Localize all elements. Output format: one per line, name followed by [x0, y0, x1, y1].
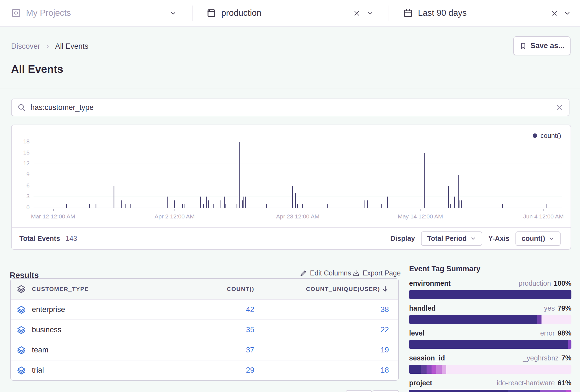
sort-desc-arrow-icon: [382, 285, 389, 293]
event-tag-summary-title: Event Tag Summary: [409, 265, 571, 273]
tag-top-value: error: [540, 329, 555, 337]
chart-bar: [297, 204, 298, 208]
tag-bar-segment[interactable]: [409, 340, 568, 349]
cell-count[interactable]: 37: [213, 346, 254, 354]
environment-chevron-down-icon[interactable]: [365, 8, 376, 19]
x-axis-tick: [543, 209, 544, 211]
chart-gridline: [34, 164, 562, 164]
tag-bar[interactable]: [409, 290, 571, 299]
environment-filter[interactable]: production: [206, 0, 261, 26]
legend-label: count(): [540, 132, 561, 140]
chart-bar: [448, 186, 449, 208]
y-axis-tick-label: 15: [13, 149, 30, 156]
window-icon: [206, 8, 216, 18]
bookmark-icon: [519, 42, 527, 50]
cell-count-unique-user[interactable]: 22: [254, 326, 398, 334]
cell-count-unique-user[interactable]: 38: [254, 305, 398, 314]
tag-bar-segment[interactable]: [537, 315, 541, 324]
tag-bar-segment[interactable]: [568, 340, 571, 349]
tag-name: session_id: [409, 354, 445, 362]
y-axis-tick-label: 18: [13, 138, 30, 145]
tag-bar-segment[interactable]: [442, 365, 446, 374]
tag-percent: 100%: [554, 279, 571, 287]
chart-bar: [387, 197, 388, 208]
column-header-count-unique-user[interactable]: COUNT_UNIQUE(USER): [254, 285, 398, 293]
tag-bar-segment[interactable]: [446, 365, 571, 374]
tag-bar-segment[interactable]: [409, 315, 537, 324]
search-input[interactable]: [30, 103, 556, 112]
cell-customer-type: trial: [32, 366, 213, 375]
tag-bar-segment[interactable]: [409, 390, 508, 392]
cell-count[interactable]: 35: [213, 326, 254, 334]
search-clear-icon[interactable]: [556, 104, 563, 111]
tag-top-value: _yeghrsbnz: [523, 354, 559, 362]
project-filter-chevron-down-icon[interactable]: [168, 8, 179, 19]
chart-bar: [66, 204, 67, 208]
chart-bar: [450, 204, 451, 208]
yaxis-dropdown-value: count(): [522, 234, 545, 243]
yaxis-dropdown[interactable]: count(): [515, 231, 561, 246]
cell-count[interactable]: 42: [213, 305, 254, 314]
tag-bar-segment[interactable]: [427, 365, 432, 374]
chart-bar: [454, 197, 455, 208]
date-range-clear-icon[interactable]: [549, 8, 560, 19]
tag-bar-segment[interactable]: [540, 390, 566, 392]
cell-count-unique-user[interactable]: 19: [254, 346, 398, 354]
tag-bar[interactable]: [409, 365, 571, 374]
edit-columns-button[interactable]: Edit Columns: [300, 269, 351, 277]
table-row[interactable]: team3719: [11, 340, 398, 360]
table-header-row: CUSTOMER_TYPE COUNT() COUNT_UNIQUE(USER): [11, 279, 398, 299]
column-header-count[interactable]: COUNT(): [213, 286, 254, 292]
chevron-down-icon: [548, 236, 555, 242]
display-dropdown[interactable]: Total Period: [421, 231, 482, 246]
chart-bar: [130, 204, 131, 208]
chart-plot[interactable]: 0369121518Mar 12 12:00 AMApr 2 12:00 AMA…: [34, 142, 562, 208]
tag-bar-segment[interactable]: [432, 365, 437, 374]
table-row[interactable]: trial2918: [11, 360, 398, 380]
environment-clear-icon[interactable]: [351, 8, 362, 19]
previous-page-button[interactable]: ‹: [346, 390, 372, 392]
y-axis-tick-label: 0: [13, 204, 30, 211]
cell-count-unique-user[interactable]: 18: [254, 366, 398, 375]
total-events-label: Total Events: [19, 234, 60, 243]
page-header: Discover All Events Save as... All Event…: [0, 27, 580, 89]
breadcrumb: Discover All Events: [11, 42, 88, 51]
table-row[interactable]: enterprise4238: [11, 299, 398, 319]
edit-columns-label: Edit Columns: [310, 269, 351, 277]
tag-name: project: [409, 379, 432, 387]
download-icon: [352, 269, 360, 277]
column-header-customer-type[interactable]: CUSTOMER_TYPE: [32, 286, 213, 292]
x-axis-tick: [420, 209, 421, 211]
tag-bar-segment[interactable]: [421, 365, 427, 374]
save-as-label: Save as...: [530, 42, 564, 50]
tag-bar-segment[interactable]: [566, 390, 571, 392]
tag-bar[interactable]: [409, 390, 571, 392]
chart-bar: [461, 200, 462, 208]
tag-bar[interactable]: [409, 315, 571, 324]
x-axis-tick-label: Apr 23 12:00 AM: [265, 213, 331, 220]
next-page-button[interactable]: ›: [373, 390, 399, 392]
tag-bar-segment[interactable]: [409, 290, 571, 299]
tag-bar-segment[interactable]: [436, 365, 442, 374]
project-filter[interactable]: My Projects: [11, 0, 71, 26]
chart-legend[interactable]: count(): [533, 132, 561, 140]
chart-bar: [242, 200, 243, 208]
date-range-chevron-down-icon[interactable]: [562, 8, 573, 19]
save-as-button[interactable]: Save as...: [513, 36, 571, 55]
export-page-button[interactable]: Export Page: [352, 269, 401, 277]
tag-bar-segment[interactable]: [508, 390, 540, 392]
chart-gridline: [34, 186, 562, 186]
date-range-filter[interactable]: Last 90 days: [403, 0, 467, 26]
tag-bar-segment[interactable]: [541, 315, 571, 324]
chart-bar: [239, 142, 240, 208]
chart-gridline: [34, 175, 562, 175]
cell-customer-type: enterprise: [32, 305, 213, 314]
chart-bar: [206, 197, 207, 208]
breadcrumb-discover-link[interactable]: Discover: [11, 42, 40, 51]
table-row[interactable]: business3522: [11, 319, 398, 340]
tag-bar[interactable]: [409, 340, 571, 349]
tag-name: handled: [409, 304, 436, 312]
tag-percent: 79%: [558, 304, 571, 312]
cell-count[interactable]: 29: [213, 366, 254, 375]
tag-bar-segment[interactable]: [409, 365, 421, 374]
